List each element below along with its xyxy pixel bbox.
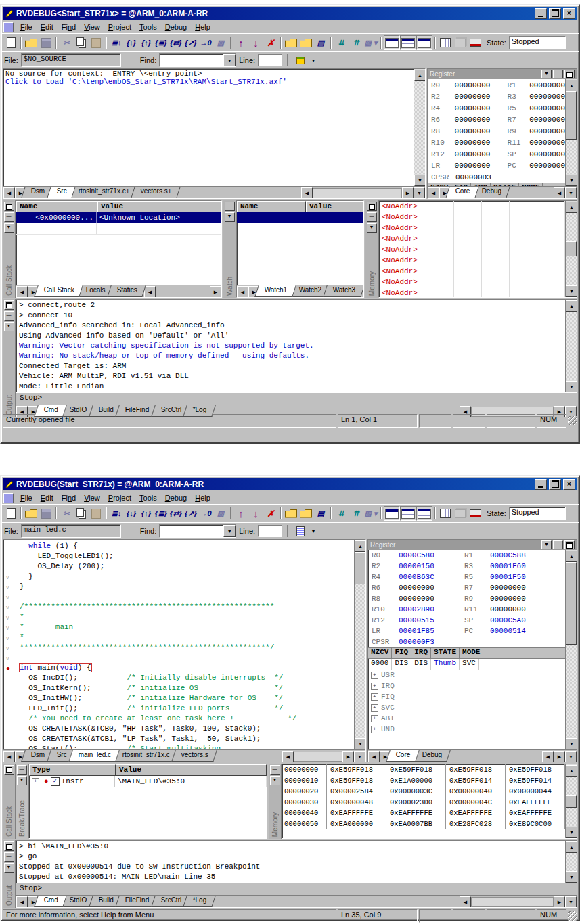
minimize-button[interactable] [535, 479, 547, 490]
scroll-up-icon[interactable]: ▲ [566, 202, 577, 213]
source-tab[interactable]: main_led.c [68, 750, 120, 762]
scroll-up-icon[interactable]: ▲ [566, 765, 577, 777]
pane-dock-icon[interactable] [4, 841, 14, 851]
menu-item[interactable]: Edit [37, 22, 58, 32]
gutter-mark[interactable] [3, 643, 20, 651]
expand-icon[interactable]: + [371, 693, 378, 701]
paste-button[interactable] [89, 36, 104, 49]
source-mode-dropdown[interactable]: ▾ [312, 528, 315, 534]
pane-manager-button[interactable] [438, 507, 453, 520]
pane-expand-icon[interactable]: ▼ [4, 322, 14, 331]
pane-expand-icon[interactable]: ▼ [270, 776, 280, 785]
disconnect-target-button[interactable]: ⇈ [349, 36, 363, 49]
source-vscrollbar[interactable]: ▲ ▼ [414, 69, 425, 186]
watch-tab[interactable]: Watch3 [323, 285, 363, 297]
menu-item[interactable]: View [80, 22, 104, 32]
workbook-mode-button[interactable] [453, 36, 468, 49]
open-file-button[interactable] [24, 36, 39, 49]
resize-grip[interactable] [568, 416, 577, 425]
register-pane-title[interactable]: Register ▼ — [428, 69, 577, 79]
output-tab[interactable]: *Log [183, 405, 215, 417]
tab-scroll-left-icon[interactable]: ◀ [237, 286, 248, 297]
scroll-up-icon[interactable]: ▲ [566, 551, 577, 562]
clear-breakpoints-button[interactable] [468, 507, 483, 520]
step-line-button[interactable]: {≣} [154, 507, 169, 520]
tab-scroll-left-icon[interactable]: ◀ [3, 187, 15, 198]
source-tab[interactable]: vectors.s [171, 750, 217, 762]
source-mode-button[interactable] [293, 53, 308, 67]
step-into-button[interactable]: {↓} [124, 507, 139, 520]
hscroll-left-icon[interactable]: ◀ [282, 751, 294, 762]
scroll-down-icon[interactable]: ▼ [566, 738, 577, 749]
load-image-button[interactable] [284, 36, 298, 49]
column-header[interactable]: Value [97, 201, 221, 212]
pane-restore-icon[interactable] [564, 70, 575, 78]
callstack-row[interactable]: <0x0000000... <Unknown Location> [16, 212, 221, 223]
reload-image-button[interactable] [298, 507, 313, 520]
layout-split-button[interactable] [400, 35, 416, 50]
go-until-button[interactable]: →0 [198, 36, 213, 49]
memory-vscrollbar[interactable]: ▲ ▼ [565, 201, 577, 297]
pane-dock-icon[interactable] [4, 765, 14, 775]
save-file-button[interactable] [39, 507, 53, 520]
hscrollbar[interactable] [294, 752, 342, 762]
output-tab[interactable]: Cmd [34, 896, 67, 907]
tab-scroll-left-icon[interactable]: ◀ [16, 286, 28, 297]
scroll-down-icon[interactable]: ▼ [566, 871, 577, 883]
scroll-down-icon[interactable]: ▼ [565, 896, 577, 907]
hscrollbar[interactable] [471, 897, 554, 907]
source-tab[interactable]: rtosinit_str71x.c+ [68, 187, 138, 198]
gutter-mark[interactable] [3, 572, 20, 580]
register-vscrollbar[interactable]: ▲ ▼ [565, 550, 577, 749]
scroll-up-icon[interactable]: ▲ [355, 540, 365, 552]
title-bar[interactable]: RVDEBUG(Start_STR71x) = @ARM_0:ARM-A-RR … [3, 478, 577, 490]
connection-menu-button[interactable]: ▨ ▾ [363, 36, 378, 49]
scroll-down-icon[interactable]: ▼ [566, 827, 577, 838]
expand-icon[interactable]: + [32, 778, 39, 785]
hscroll-right-icon[interactable]: ▶ [402, 187, 414, 198]
pane-collapse-icon[interactable]: — [270, 765, 280, 775]
reload-image-button[interactable] [298, 36, 313, 49]
pane-collapse-icon[interactable]: — [4, 852, 14, 862]
scroll-down-icon[interactable]: ▼ [414, 175, 425, 186]
line-input[interactable] [258, 54, 282, 66]
breakpoint-row[interactable]: + ● ✓ Instr \MAIN_LED\#35:0 [29, 776, 267, 787]
scroll-up-icon[interactable]: ▲ [566, 80, 577, 91]
register-mode-row[interactable]: + UND [368, 724, 565, 735]
gutter-mark[interactable] [3, 613, 20, 621]
column-header[interactable]: Type [29, 764, 116, 776]
step-into-button[interactable]: {↓} [124, 36, 139, 49]
scroll-down-icon[interactable]: ▼ [354, 751, 365, 762]
column-header[interactable]: Value [116, 764, 267, 776]
register-mode-row[interactable]: + SVC [368, 702, 565, 713]
go-until-button[interactable]: →0 [198, 507, 213, 520]
gutter-mark[interactable] [3, 633, 20, 641]
layout-output-button[interactable] [416, 506, 432, 521]
register-mode-row[interactable]: + FIQ [368, 691, 565, 702]
hscroll-right-icon[interactable]: ▶ [210, 286, 221, 297]
title-bar[interactable]: RVDEBUG<Start_STR71x> = @ARM_0:ARM-A-RR … [3, 7, 577, 20]
maximize-button[interactable] [549, 8, 561, 19]
save-file-button[interactable] [39, 36, 53, 49]
register-mode-row[interactable]: + ABT [368, 713, 565, 724]
output-vscrollbar[interactable]: ▲ ▼ [565, 300, 577, 392]
menu-item[interactable]: Project [104, 22, 135, 32]
menu-item[interactable]: Find [58, 493, 80, 503]
menu-item[interactable]: File [16, 493, 37, 503]
scroll-down-icon[interactable]: ▼ [566, 381, 577, 392]
menu-item[interactable]: File [16, 22, 37, 32]
column-header[interactable]: Value [306, 201, 363, 212]
step-line-button[interactable]: {≣} [154, 36, 169, 49]
pane-minimize-icon[interactable]: — [553, 70, 563, 78]
workbook-mode-button[interactable] [453, 507, 468, 520]
scroll-down-icon[interactable]: ▼ [566, 175, 577, 186]
gutter-mark[interactable] [3, 593, 20, 601]
scroll-down-icon[interactable]: ▼ [565, 751, 577, 762]
find-input[interactable]: ▼ [159, 53, 236, 67]
hscroll-left-icon[interactable]: ◀ [460, 896, 471, 907]
command-prompt[interactable]: Stop> [16, 883, 577, 895]
pane-expand-icon[interactable]: ▼ [4, 863, 14, 873]
gutter-mark[interactable] [3, 653, 20, 662]
menu-item[interactable]: Tools [135, 22, 161, 32]
pane-collapse-icon[interactable]: — [17, 765, 27, 775]
